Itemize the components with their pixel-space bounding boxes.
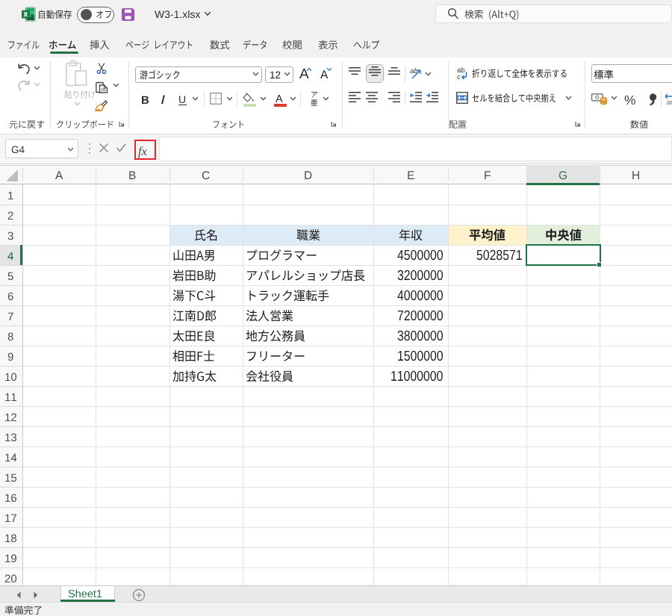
- svg-text:c: c: [457, 72, 461, 81]
- svg-text:.00: .00: [665, 99, 672, 106]
